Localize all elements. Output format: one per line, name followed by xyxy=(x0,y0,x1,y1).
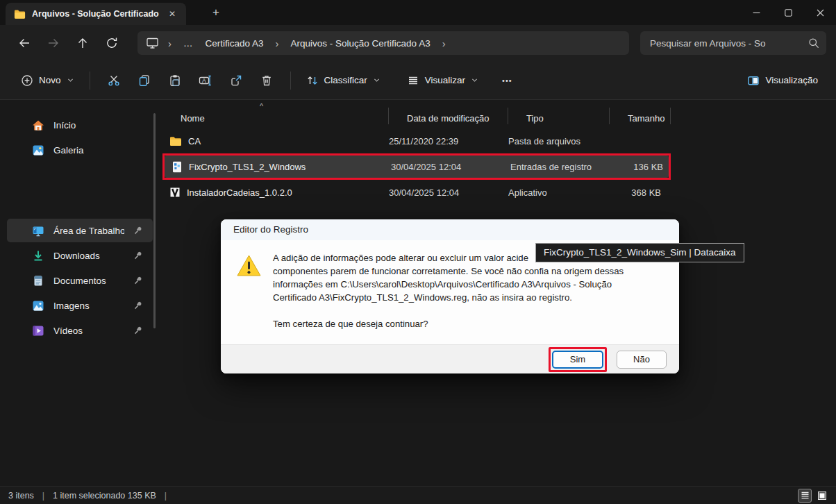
breadcrumb-chevron-icon: › xyxy=(274,37,281,49)
sort-button[interactable]: Classificar xyxy=(299,69,387,92)
view-button[interactable]: Visualizar xyxy=(400,69,485,92)
column-header-data[interactable]: Data de modificação xyxy=(389,102,508,128)
status-separator: | xyxy=(165,491,167,501)
large-icons-view-icon xyxy=(818,492,826,500)
no-button[interactable]: Não xyxy=(617,351,667,369)
sort-icon xyxy=(306,74,319,87)
pin-icon xyxy=(133,326,143,335)
sort-label: Classificar xyxy=(324,75,367,85)
chevron-down-icon xyxy=(67,76,74,84)
pin-icon xyxy=(133,276,143,285)
cut-button[interactable] xyxy=(99,68,129,93)
new-tab-button[interactable]: + xyxy=(206,6,226,19)
preview-toggle-button[interactable]: Visualização xyxy=(740,69,825,92)
application-icon xyxy=(169,187,181,198)
sidebar-item-downloads[interactable]: Downloads xyxy=(7,244,153,267)
ellipsis-icon: ••• xyxy=(502,76,512,85)
back-button[interactable] xyxy=(12,31,36,55)
up-button[interactable] xyxy=(71,31,94,55)
search-icon xyxy=(808,37,819,49)
address-bar[interactable]: › … Certificado A3 › Arquivos - Solução … xyxy=(137,31,629,55)
minimize-button[interactable] xyxy=(740,0,772,25)
toolbar-separator xyxy=(290,72,291,90)
sidebar-item-galeria[interactable]: Galeria xyxy=(7,138,153,162)
delete-button[interactable] xyxy=(251,68,282,93)
gallery-icon xyxy=(32,144,44,156)
rename-button[interactable]: A xyxy=(190,68,221,93)
sidebar-item-imagens[interactable]: Imagens xyxy=(7,294,153,317)
items-count: 3 itens xyxy=(8,491,34,501)
registry-file-icon xyxy=(172,161,183,173)
dialog-question: Tem certeza de que deseja continuar? xyxy=(273,317,624,330)
dialog-message-line: Certificado A3\FixCrypto_TLS1_2_Windows.… xyxy=(273,291,624,304)
paste-button[interactable] xyxy=(160,68,190,93)
cut-icon xyxy=(108,74,120,87)
sidebar-item-videos[interactable]: Vídeos xyxy=(7,319,153,342)
file-row-fixcrypto[interactable]: FixCrypto_TLS1_2_Windows 30/04/2025 12:0… xyxy=(165,156,669,178)
sidebar-scrollbar[interactable] xyxy=(153,113,156,328)
column-header-nome[interactable]: Nome xyxy=(162,102,389,128)
rename-icon: A xyxy=(199,74,212,87)
column-header-tipo[interactable]: Tipo xyxy=(508,102,610,128)
yes-button[interactable]: Sim xyxy=(552,351,603,369)
toolbar-separator xyxy=(90,72,90,90)
sidebar-section-gap xyxy=(0,163,160,217)
list-lines-icon xyxy=(407,74,419,87)
refresh-button[interactable] xyxy=(100,31,124,55)
details-view-button[interactable] xyxy=(798,489,812,503)
dialog-message-line: componentes parem de funcionar corretame… xyxy=(273,264,624,278)
large-icons-view-button[interactable] xyxy=(815,489,829,503)
sidebar-item-inicio[interactable]: Início xyxy=(7,113,153,137)
breadcrumb-chevron-icon: › xyxy=(166,37,174,49)
dialog-message: A adição de informações pode alterar ou … xyxy=(273,251,624,330)
tab-close-icon[interactable]: ✕ xyxy=(165,8,179,20)
sidebar-item-label: Área de Trabalho xyxy=(53,226,124,236)
annotation-box-yes-button: Sim xyxy=(549,347,607,372)
forward-button[interactable] xyxy=(42,31,65,55)
file-row-ca[interactable]: CA 25/11/2020 22:39 Pasta de arquivos xyxy=(162,130,671,152)
sidebar-item-documentos[interactable]: Documentos xyxy=(7,269,153,292)
details-view-icon xyxy=(801,491,810,500)
forward-arrow-icon xyxy=(47,37,60,49)
maximize-icon xyxy=(785,9,792,17)
folder-icon xyxy=(169,136,182,146)
trash-icon xyxy=(260,74,273,87)
this-pc-icon xyxy=(146,37,159,49)
search-box[interactable] xyxy=(640,31,826,55)
file-type: Entradas de registro xyxy=(510,162,612,172)
more-options-button[interactable]: ••• xyxy=(495,72,519,90)
maximize-button[interactable] xyxy=(772,0,804,25)
copy-button[interactable] xyxy=(129,68,160,93)
close-button[interactable] xyxy=(804,0,836,25)
sidebar: Início Galeria Área de Trabalho xyxy=(0,101,160,486)
chevron-down-icon xyxy=(471,76,478,84)
dialog-message-line: informações em C:\Users\carol\Desktop\Ar… xyxy=(273,278,624,291)
column-header-tamanho[interactable]: Tamanho xyxy=(610,102,671,128)
sidebar-item-label: Galeria xyxy=(53,145,143,156)
refresh-icon xyxy=(106,37,118,49)
breadcrumb-ellipsis[interactable]: … xyxy=(181,37,196,50)
new-button[interactable]: Novo xyxy=(14,69,81,92)
file-name: FixCrypto_TLS1_2_Windows xyxy=(189,162,306,172)
tooltip: FixCrypto_TLS1_2_Windows_Sim | Datacaixa xyxy=(535,243,744,262)
breadcrumb-segment[interactable]: Certificado A3 xyxy=(203,37,267,50)
sidebar-item-label: Documentos xyxy=(53,276,124,286)
explorer-tab[interactable]: Arquivos - Solução Certificado ✕ xyxy=(6,3,186,25)
window-controls xyxy=(740,0,836,25)
title-bar: Arquivos - Solução Certificado ✕ + xyxy=(0,0,836,25)
breadcrumb-segment[interactable]: Arquivos - Solução Certificado A3 xyxy=(288,37,433,50)
paste-icon xyxy=(169,74,181,87)
new-label: Novo xyxy=(39,75,61,85)
warning-icon xyxy=(236,254,262,278)
file-date: 25/11/2020 22:39 xyxy=(389,136,508,146)
share-button[interactable] xyxy=(221,68,251,93)
chevron-down-icon xyxy=(373,76,381,84)
back-arrow-icon xyxy=(18,37,31,49)
search-input[interactable] xyxy=(650,38,803,49)
file-name: CA xyxy=(188,136,201,146)
navigation-bar: › … Certificado A3 › Arquivos - Solução … xyxy=(0,25,836,61)
sidebar-item-area-de-trabalho[interactable]: Área de Trabalho xyxy=(7,219,153,242)
tab-title: Arquivos - Solução Certificado xyxy=(32,9,159,19)
document-icon xyxy=(32,275,44,287)
file-row-instaladorcadeias[interactable]: InstaladorCadeias_1.0.2.0 30/04/2025 12:… xyxy=(162,181,671,203)
